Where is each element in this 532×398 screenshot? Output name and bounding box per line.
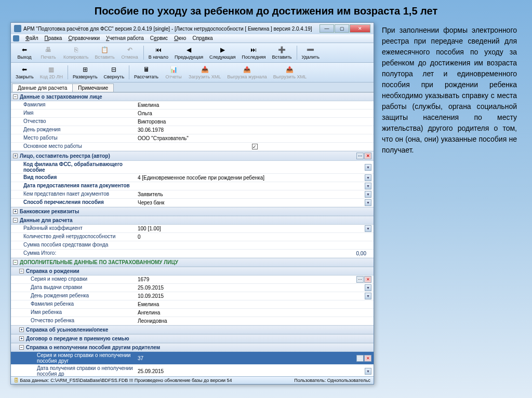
code2d-button[interactable]: ▦Код 2D ЛН: [37, 64, 65, 80]
menu-bar: ФФайлайл Правка Справочники Учетная рабо…: [11, 34, 374, 43]
dropdown-icon[interactable]: ▼: [365, 225, 371, 232]
next-button[interactable]: ▶Следующая: [207, 45, 238, 61]
docs-by-value[interactable]: Заявитель: [138, 191, 365, 197]
patr-label: Отчество: [11, 118, 136, 126]
cert-date-value[interactable]: 25.09.2015: [138, 285, 365, 291]
child-surname-value[interactable]: Емелина: [138, 301, 371, 307]
copy-button[interactable]: ⎘Копировать: [61, 45, 91, 61]
menu-ref[interactable]: Справочники: [68, 35, 100, 42]
exit-button[interactable]: ⬅Выход: [13, 45, 36, 61]
cert-num-value[interactable]: 1679: [138, 277, 356, 282]
cert-date-label: Дата выдачи справки: [11, 284, 136, 292]
tab-note[interactable]: Примечание: [72, 84, 114, 92]
lookup-button[interactable]: ⋯: [356, 153, 364, 159]
fss-code-label: Код филиала ФСС, обрабатывающего пособие: [11, 161, 136, 173]
collapse-icon[interactable]: −: [13, 218, 18, 223]
menu-icon: [13, 35, 19, 42]
menu-help[interactable]: Справка: [192, 35, 212, 42]
op-date-value[interactable]: 25.09.2015: [138, 368, 365, 374]
main-work-checkbox[interactable]: ✓: [252, 144, 258, 149]
section-other-parent[interactable]: −Справка о неполучении пособия другим ро…: [11, 343, 374, 352]
collapse-button[interactable]: ⊟Свернуть: [101, 64, 127, 80]
reports-button[interactable]: 📊Отчеты: [162, 64, 185, 80]
clear-button[interactable]: ✕: [364, 355, 371, 362]
coef-label: Районный коэффициент: [11, 225, 136, 232]
exportxml-button[interactable]: 📤Выгрузить XML: [271, 64, 309, 80]
dropdown-icon[interactable]: ▼: [365, 183, 371, 189]
insert-button[interactable]: ➕Вставить: [269, 45, 294, 61]
child-dob-value[interactable]: 10.09.2015: [138, 293, 365, 299]
status-bar: 🗄 База данных: C:\ARM_FSS\DataBase\BDFSS…: [11, 376, 374, 384]
child-patr-label: Отчество ребенка: [11, 317, 136, 325]
section-calc[interactable]: −Данные для расчета: [11, 216, 374, 225]
coef-value[interactable]: 100 [1.00]: [138, 226, 365, 231]
menu-file[interactable]: ФФайлайл: [25, 35, 38, 42]
section-bank[interactable]: +Банковские реквизиты: [11, 207, 374, 216]
dropdown-icon[interactable]: ▼: [365, 368, 371, 375]
prev-button[interactable]: ◀Предыдущая: [172, 45, 206, 61]
dropdown-icon[interactable]: ▼: [365, 284, 371, 291]
dropdown-icon[interactable]: ▼: [365, 199, 371, 206]
minimize-button[interactable]: —: [320, 24, 334, 33]
section-birth[interactable]: −Справка о рождении: [11, 267, 374, 276]
cancel-button[interactable]: ↶Отмена: [118, 45, 141, 61]
op-cert-value[interactable]: 37: [138, 355, 356, 361]
first-button[interactable]: ⏮В начало: [146, 45, 171, 61]
patr-value[interactable]: Викторовна: [138, 119, 371, 125]
lookup-button[interactable]: ⋯: [356, 355, 364, 362]
work-value[interactable]: ООО "Страхователь": [138, 135, 371, 141]
exportxml-icon: 📤: [286, 65, 294, 74]
exportlog-button[interactable]: 📤Выгрузка журнала: [224, 64, 270, 80]
section-foster[interactable]: +Договор о передаче в приемную семью: [11, 334, 374, 343]
window-title: АРМ "Подготовка расчётов для ФСС" версия…: [23, 26, 312, 32]
menu-edit[interactable]: Правка: [45, 35, 62, 42]
collapse-icon[interactable]: −: [13, 94, 18, 99]
child-patr-value[interactable]: Леонидовна: [138, 318, 371, 324]
cert-num-label: Серия и номер справки: [11, 276, 136, 283]
barcode-icon: ▦: [47, 65, 56, 74]
paste-button[interactable]: 📋Вставить: [92, 45, 117, 61]
dropdown-icon[interactable]: ▼: [365, 191, 371, 198]
dropdown-icon[interactable]: ▼: [365, 174, 371, 181]
maximize-button[interactable]: ▢: [335, 24, 349, 33]
calc-button[interactable]: 🖩Рассчитать: [131, 64, 161, 80]
surname-value[interactable]: Емелина: [138, 102, 371, 108]
delete-button[interactable]: ➖Удалить: [299, 45, 322, 61]
collapse-icon[interactable]: −: [13, 260, 18, 265]
name-value[interactable]: Ольга: [138, 111, 371, 116]
section-author[interactable]: +Лицо, составитель реестра (автор)⋯✕: [11, 151, 374, 161]
clear-button[interactable]: ✕: [364, 153, 371, 159]
op-cert-label: Серия и номер справки о неполучении посо…: [11, 352, 136, 364]
menu-svc[interactable]: Сервис: [150, 35, 168, 42]
close-button[interactable]: ✕: [350, 24, 370, 33]
last-button[interactable]: ⏭Последняя: [239, 45, 268, 61]
section-additional[interactable]: −ДОПОЛНИТЕЛЬНЫЕ ДАННЫЕ ПО ЗАСТРАХОВАННОМ…: [11, 258, 374, 267]
main-work-label: Основное место работы: [11, 143, 136, 150]
section-adopt[interactable]: +Справка об усыновлении/опеке: [11, 325, 374, 334]
section-insured[interactable]: −Данные о застрахованном лице: [11, 92, 374, 101]
collapse-icon[interactable]: −: [19, 269, 24, 273]
transfer-value[interactable]: Через банк: [138, 200, 365, 205]
exit-icon: ⬅: [20, 46, 29, 54]
db-path: База данных: C:\ARM_FSS\DataBase\BDFSS.F…: [20, 378, 232, 383]
expand-icon[interactable]: +: [19, 336, 24, 341]
expand-icon[interactable]: +: [13, 209, 18, 214]
child-name-value[interactable]: Ангелина: [138, 310, 371, 315]
clear-button[interactable]: ✕: [364, 276, 371, 283]
close-doc-button[interactable]: ⬅Закрыть: [13, 64, 36, 80]
dob-value[interactable]: 30.06.1978: [138, 127, 371, 133]
menu-win[interactable]: Окно: [174, 35, 186, 42]
tab-data[interactable]: Данные для расчета: [12, 84, 73, 92]
benefit-type-value[interactable]: 4 [Единовременное пособие при рождении р…: [138, 175, 365, 181]
lookup-button[interactable]: ⋯: [356, 276, 364, 283]
expand-icon[interactable]: +: [13, 154, 18, 158]
days-value[interactable]: 0: [138, 234, 371, 240]
print-button[interactable]: 🖶Печать: [37, 45, 60, 61]
expand-button[interactable]: ⊞Развернуть: [70, 64, 100, 80]
expand-icon[interactable]: +: [19, 327, 24, 332]
loadxml-button[interactable]: 📥Загрузить XML: [186, 64, 223, 80]
menu-acc[interactable]: Учетная работа: [106, 35, 144, 42]
collapse-icon[interactable]: −: [19, 345, 24, 350]
dropdown-icon[interactable]: ▼: [365, 164, 371, 171]
dropdown-icon[interactable]: ▼: [365, 293, 371, 299]
